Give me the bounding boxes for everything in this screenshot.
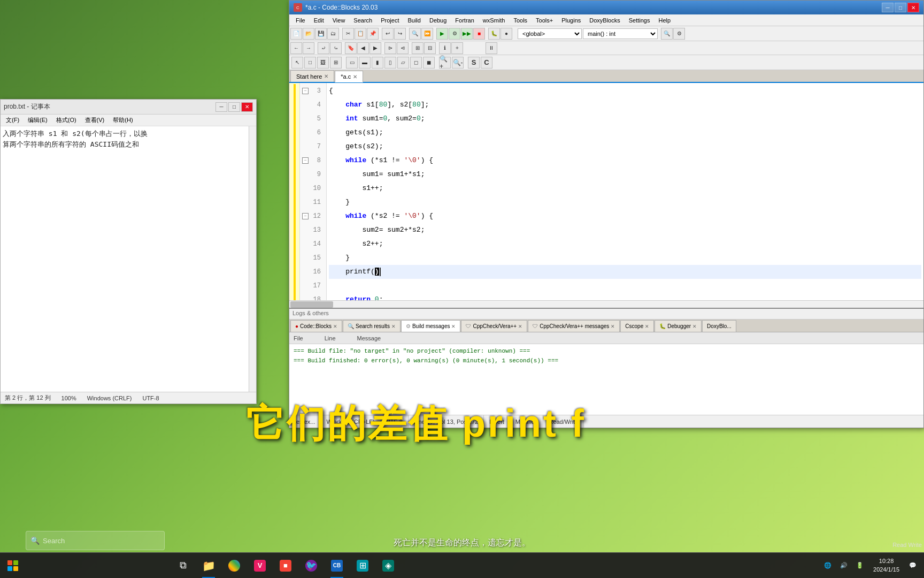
taskbar-fileexplorer-button[interactable]: 📁 <box>196 553 221 579</box>
tb-S-button[interactable]: S <box>468 57 480 69</box>
tb-searchopts-button[interactable]: ⚙ <box>673 28 685 40</box>
notepad-scrollbar[interactable] <box>249 126 256 392</box>
tray-battery-icon[interactable]: 🔋 <box>853 553 867 579</box>
tb-prev-button[interactable]: ◀ <box>357 42 369 54</box>
cb-menu-debug[interactable]: Debug <box>425 16 451 25</box>
tb-save-button[interactable]: 💾 <box>315 28 327 40</box>
tb-nav1-button[interactable]: ← <box>290 42 302 54</box>
tb-shape6-button[interactable]: ◻ <box>410 57 422 69</box>
tray-network-icon[interactable]: 🌐 <box>821 553 835 579</box>
tb-jump2-button[interactable]: ⤿ <box>330 42 342 54</box>
taskbar-chrome-button[interactable] <box>221 553 247 579</box>
cb-menu-file[interactable]: File <box>291 16 310 25</box>
tb-zoom-out-button[interactable]: 🔍- <box>452 57 464 69</box>
tb-undo-button[interactable]: ↩ <box>382 28 394 40</box>
notepad-close-button[interactable]: ✕ <box>241 102 253 112</box>
cb-logs-tab-search-close[interactable]: ✕ <box>391 324 396 329</box>
cb-code-content[interactable]: { char s1[80], s2[80]; int sum1=0, sum2=… <box>327 83 923 300</box>
cb-menu-tools[interactable]: Tools <box>509 16 532 25</box>
cb-editor[interactable]: − 3 4 5 6 7 − 8 9 10 11 − 12 13 1 <box>289 83 923 300</box>
notepad-menu-edit[interactable]: 编辑(E) <box>25 116 51 125</box>
cb-menu-search[interactable]: Search <box>349 16 376 25</box>
cb-menu-doxyblocks[interactable]: DoxyBlocks <box>585 16 624 25</box>
tray-notification-button[interactable]: 💬 <box>906 553 920 579</box>
tray-clock[interactable]: 10:28 2024/1/15 <box>869 557 904 574</box>
cb-logs-tab-build[interactable]: ⚙ Build messages ✕ <box>401 320 461 332</box>
tb-step2-button[interactable]: ⊲ <box>397 42 409 54</box>
tb-C-button[interactable]: C <box>481 57 492 69</box>
tb-grid-button[interactable]: ⊞ <box>330 57 342 69</box>
tb-saveall-button[interactable]: 🗂 <box>327 28 339 40</box>
cb-minimize-button[interactable]: ─ <box>882 3 894 12</box>
cb-tab-starthete[interactable]: Start here ✕ <box>290 70 334 82</box>
tb-find-button[interactable]: 🔍 <box>409 28 421 40</box>
cb-menu-view[interactable]: View <box>328 16 350 25</box>
notepad-minimize-button[interactable]: ─ <box>215 102 227 112</box>
fold-8-icon[interactable]: − <box>302 157 309 164</box>
cb-logs-tab-doxy[interactable]: DoxyBlo... <box>702 320 736 332</box>
cb-menu-project[interactable]: Project <box>376 16 403 25</box>
cb-menu-help[interactable]: Help <box>654 16 675 25</box>
tb-breakpoint-button[interactable]: ● <box>500 28 512 40</box>
taskbar-codeblocks-button[interactable]: CB <box>324 553 350 579</box>
notepad-restore-button[interactable]: □ <box>228 102 240 112</box>
cb-tab-starthere-close[interactable]: ✕ <box>324 73 328 79</box>
notepad-menu-view[interactable]: 查看(V) <box>82 116 108 125</box>
tb-shape2-button[interactable]: ▬ <box>359 57 371 69</box>
cb-menu-build[interactable]: Build <box>403 16 425 25</box>
cb-tab-ac[interactable]: *a.c ✕ <box>335 71 363 82</box>
cb-logs-tab-cscope[interactable]: Cscope ✕ <box>620 320 654 332</box>
taskbar-app7-button[interactable]: ⊞ <box>350 553 375 579</box>
cb-logs-tab-cppcheck[interactable]: 🛡 CppCheck/Vera++ ✕ <box>461 320 527 332</box>
cb-menu-settings[interactable]: Settings <box>625 16 654 25</box>
taskbar-app8-button[interactable]: ◈ <box>375 553 401 579</box>
cb-menu-edit[interactable]: Edit <box>310 16 328 25</box>
cb-scope-select[interactable]: main() : int <box>583 28 658 39</box>
cb-logs-tab-build-close[interactable]: ✕ <box>451 324 456 329</box>
tb-jump1-button[interactable]: ⤾ <box>318 42 329 54</box>
taskbar-taskview-button[interactable]: ⧉ <box>170 553 196 579</box>
tb-next-button[interactable]: ▶ <box>369 42 381 54</box>
tb-cut-button[interactable]: ✂ <box>342 28 354 40</box>
cb-logs-tab-cppcheck-close[interactable]: ✕ <box>518 324 522 329</box>
tb-view2-button[interactable]: ⊟ <box>424 42 436 54</box>
cb-menu-wxsmith[interactable]: wxSmith <box>479 16 510 25</box>
cb-logs-tab-debugger-close[interactable]: ✕ <box>692 324 697 329</box>
tb-view1-button[interactable]: ⊞ <box>412 42 424 54</box>
tb-shape7-button[interactable]: ◼ <box>423 57 435 69</box>
cb-logs-tab-codeblocks[interactable]: ● Code::Blocks ✕ <box>290 320 342 332</box>
taskbar-search-input[interactable] <box>43 537 139 545</box>
fold-12-icon[interactable]: − <box>302 213 309 219</box>
cb-menu-plugins[interactable]: Plugins <box>557 16 585 25</box>
tb-copy-button[interactable]: 📋 <box>355 28 366 40</box>
cb-scroll-thumb[interactable] <box>290 301 333 308</box>
tray-volume-icon[interactable]: 🔊 <box>837 553 851 579</box>
tb-run-button[interactable]: ▶ <box>436 28 448 40</box>
tb-cursor-button[interactable]: ↖ <box>291 57 303 69</box>
notepad-menu-help[interactable]: 帮助(H) <box>110 116 136 125</box>
tb-shape4-button[interactable]: ▯ <box>384 57 396 69</box>
cb-logs-tab-cppcheck2[interactable]: 🛡 CppCheck/Vera++ messages ✕ <box>528 320 620 332</box>
cb-logs-tab-debugger[interactable]: 🐛 Debugger ✕ <box>654 320 702 332</box>
tb-findnext-button[interactable]: ⏩ <box>421 28 433 40</box>
tb-shape3-button[interactable]: ▮ <box>372 57 383 69</box>
cb-logs-tab-codeblocks-close[interactable]: ✕ <box>333 324 337 329</box>
fold-3-icon[interactable]: − <box>302 88 309 94</box>
tb-pause-button[interactable]: ⏸ <box>486 42 497 54</box>
cb-tab-ac-close[interactable]: ✕ <box>353 74 357 80</box>
cb-logs-tab-cppcheck2-close[interactable]: ✕ <box>611 324 615 329</box>
taskbar-app3-button[interactable]: V <box>247 553 273 579</box>
cb-close-button[interactable]: ✕ <box>907 3 919 12</box>
tb-redo-button[interactable]: ↪ <box>394 28 406 40</box>
tb-step1-button[interactable]: ⊳ <box>384 42 396 54</box>
tb-nav2-button[interactable]: → <box>303 42 314 54</box>
cb-global-select[interactable]: <global> <box>518 28 582 39</box>
tb-buildrun-button[interactable]: ▶▶ <box>461 28 473 40</box>
tb-build-button[interactable]: ⚙ <box>449 28 460 40</box>
tb-extra-button[interactable]: + <box>451 42 463 54</box>
tb-paste-button[interactable]: 📌 <box>367 28 379 40</box>
cb-logs-tab-search[interactable]: 🔍 Search results ✕ <box>343 320 401 332</box>
cb-restore-button[interactable]: □ <box>895 3 906 12</box>
tb-open-button[interactable]: 📂 <box>303 28 314 40</box>
tb-shape1-button[interactable]: ▭ <box>346 57 358 69</box>
